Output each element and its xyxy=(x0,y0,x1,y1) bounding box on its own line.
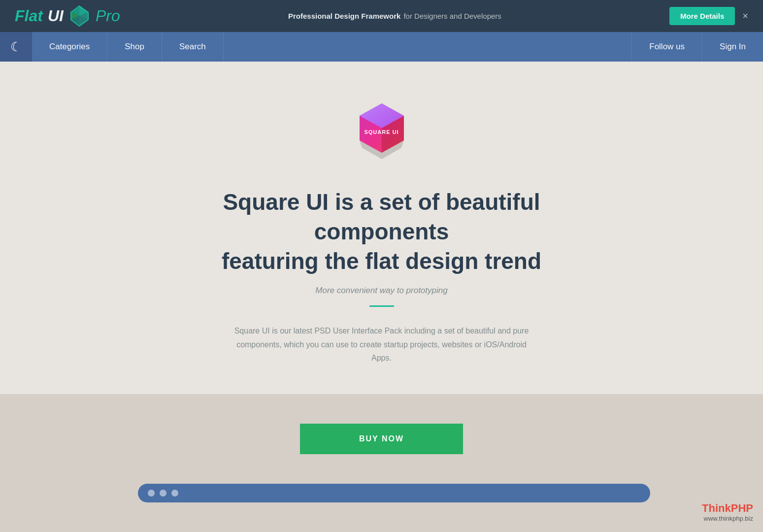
bottom-section: BUY NOW xyxy=(0,394,763,532)
nav-right: Follow us Sign In xyxy=(631,32,763,62)
hero-heading: Square UI is a set of beautiful componen… xyxy=(185,188,579,276)
close-button[interactable]: × xyxy=(742,10,748,22)
hero-subtext: More convenient way to prototyping xyxy=(315,286,447,296)
carousel-dot-1[interactable] xyxy=(148,490,155,497)
nav-item-categories[interactable]: Categories xyxy=(32,32,107,62)
nav-item-follow-us[interactable]: Follow us xyxy=(631,32,702,62)
brand-icon-symbol: ☾ xyxy=(10,39,22,55)
divider-line xyxy=(369,305,394,307)
hex-container: SQUARE UI xyxy=(355,101,409,163)
nav-brand-icon[interactable]: ☾ xyxy=(0,32,32,62)
carousel-dot-3[interactable] xyxy=(171,490,178,497)
tagline-bold: Professional Design Framework xyxy=(288,12,400,20)
brand-flat: Flat xyxy=(15,7,43,25)
banner-right: More Details × xyxy=(669,7,748,25)
buy-now-button[interactable]: BUY NOW xyxy=(300,424,463,454)
nav-item-shop[interactable]: Shop xyxy=(107,32,162,62)
watermark-title: ThinkPHP xyxy=(702,502,753,515)
navbar: ☾ Categories Shop Search Follow us Sign … xyxy=(0,32,763,62)
nav-items: Categories Shop Search xyxy=(32,32,631,62)
diamond-icon xyxy=(68,5,91,27)
carousel-dot-2[interactable] xyxy=(160,490,166,497)
watermark: ThinkPHP www.thinkphp.biz xyxy=(702,502,753,522)
nav-item-sign-in[interactable]: Sign In xyxy=(702,32,763,62)
top-banner: Flat UI Pro Professional Design Framewor… xyxy=(0,0,763,32)
watermark-url: www.thinkphp.biz xyxy=(702,515,753,522)
watermark-php: PHP xyxy=(731,502,753,514)
more-details-button[interactable]: More Details xyxy=(669,7,735,25)
tagline-regular: for Designers and Developers xyxy=(403,12,501,20)
watermark-think: Think xyxy=(702,502,731,514)
hex-label: SQUARE UI xyxy=(364,129,398,135)
tagline: Professional Design Framework for Design… xyxy=(288,12,501,20)
brand-logo: Flat UI Pro xyxy=(15,5,120,27)
main-content: SQUARE UI Square UI is a set of beautifu… xyxy=(0,62,763,394)
hero-description: Square UI is our latest PSD User Interfa… xyxy=(229,324,534,365)
brand-ui: UI xyxy=(48,7,64,25)
nav-item-search[interactable]: Search xyxy=(162,32,224,62)
hexagon-logo: SQUARE UI xyxy=(355,101,409,163)
brand-pro: Pro xyxy=(96,7,120,25)
carousel-indicator xyxy=(138,484,650,502)
